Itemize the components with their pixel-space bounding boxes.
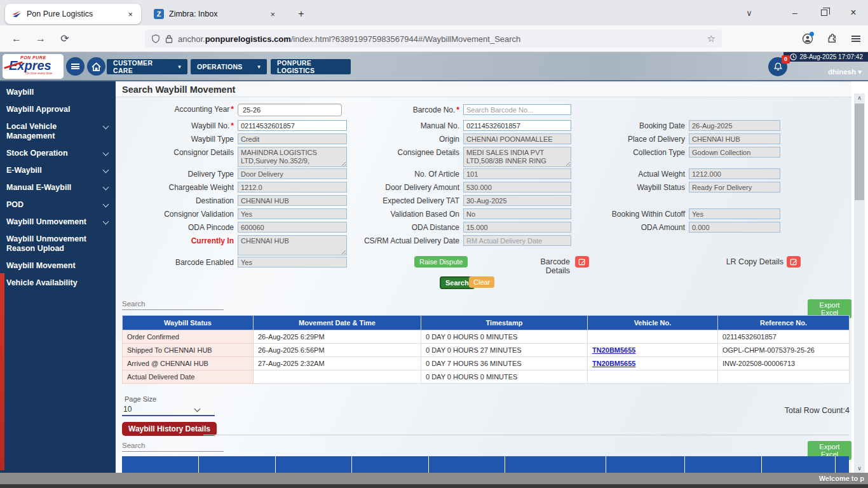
- main-content: Search Waybill Movement Accounting Year*…: [116, 81, 851, 488]
- menu-operations[interactable]: OPERATIONS▾: [191, 59, 267, 74]
- sidebar-item-waybill-unmovement[interactable]: Waybill Unmovement: [0, 214, 116, 231]
- page-size-label: Page Size: [125, 395, 156, 403]
- scroll-down-icon[interactable]: ∨: [854, 464, 865, 473]
- home-button[interactable]: [87, 57, 105, 76]
- col-waybill-status[interactable]: Waybill Status: [123, 316, 254, 330]
- screen: Pon Pure Logistics × Z Zimbra: Inbox × +…: [0, 0, 868, 488]
- vehicle-no-link[interactable]: TN20BM5655: [592, 346, 635, 354]
- sidebar-item-waybill[interactable]: Waybill: [0, 84, 116, 101]
- field-delivery-type: Delivery Type Door Delivery: [116, 168, 347, 179]
- tab-title: Zimbra: Inbox: [169, 10, 263, 18]
- field-no-of-article: No. Of Article 101: [323, 168, 571, 179]
- table-row: Order Confirmed 26-Aug-2025 6:29PM 0 DAY…: [123, 330, 850, 344]
- scroll-up-icon[interactable]: ∧: [854, 93, 865, 102]
- shield-icon[interactable]: [151, 34, 160, 44]
- account-icon[interactable]: [799, 31, 816, 46]
- field-rm-actual-delivery-date: CS/RM Actual Delivery Date: [323, 235, 571, 246]
- address-bar[interactable]: anchor.ponpurelogistics.com/index.html?6…: [145, 30, 722, 48]
- cell-reference: INW-202508-00006713: [718, 357, 850, 370]
- tab-close-icon[interactable]: ×: [126, 10, 135, 19]
- field-origin: Origin CHENNAI POONAMALLEE: [323, 133, 571, 144]
- field-waybill-type: Waybill Type Credit: [116, 133, 347, 144]
- sidebar-decoration: [0, 273, 4, 470]
- restore-button[interactable]: [810, 0, 839, 25]
- scrollbar-thumb[interactable]: [855, 104, 864, 200]
- sidebar-item-manual-e-waybill[interactable]: Manual E-Waybill: [0, 179, 116, 196]
- sidebar-item-local-vehicle-management[interactable]: Local Vehicle Management: [0, 118, 116, 145]
- app-header: PON PURE Expres On time every time CUSTO…: [0, 52, 868, 81]
- notifications-button[interactable]: 0: [768, 57, 787, 76]
- lr-copy-details-edit-button[interactable]: [787, 256, 801, 268]
- tab-pon-pure[interactable]: Pon Pure Logistics ×: [5, 4, 141, 24]
- field-manual-no: Manual No.: [323, 120, 571, 131]
- cell-vehicle: [588, 370, 718, 384]
- field-expected-delivery-tat: Expected Delivery TAT 30-Aug-2025: [323, 195, 571, 206]
- extensions-puzzle-icon[interactable]: [824, 31, 840, 46]
- sidebar-item-waybill-movement[interactable]: Waybill Movement: [0, 257, 116, 274]
- barcode-no-input[interactable]: [463, 104, 571, 115]
- chevron-down-icon: [103, 219, 109, 225]
- lock-icon[interactable]: [165, 34, 173, 44]
- field-currently-in: Currently In CHENNAI HUB: [116, 235, 347, 255]
- sidebar-item-pod[interactable]: POD: [0, 196, 116, 214]
- col-movement-datetime[interactable]: Movement Date & Time: [254, 316, 421, 330]
- forward-button[interactable]: →: [32, 30, 50, 47]
- tab-list-chevron-icon[interactable]: ∨: [735, 0, 764, 25]
- col-reference-no[interactable]: Reference No.: [718, 316, 850, 330]
- back-button[interactable]: ←: [8, 30, 25, 47]
- url-text: anchor.ponpurelogistics.com/index.html?6…: [178, 34, 702, 44]
- browser-menu-icon[interactable]: [848, 31, 864, 46]
- new-tab-button[interactable]: +: [294, 6, 309, 22]
- movement-table-search-input[interactable]: [122, 297, 224, 310]
- sidebar-item-vehicle-availability[interactable]: Vehicle Availability: [0, 274, 116, 292]
- tab-zimbra[interactable]: Z Zimbra: Inbox ×: [147, 4, 283, 24]
- barcode-enabled-value: Yes: [238, 257, 347, 268]
- cell-reference: 02114532601857: [718, 330, 850, 344]
- table-row: Arrived @ CHENNAI HUB 27-Aug-2025 2:32AM…: [123, 357, 850, 370]
- ponpure-favicon-icon: [11, 9, 22, 19]
- reload-button[interactable]: ⟳: [56, 30, 74, 47]
- field-oda-amount: ODA Amount 0.000: [558, 222, 780, 233]
- field-collection-type: Collection Type Godown Collection: [558, 147, 780, 158]
- manual-no-input[interactable]: [463, 120, 571, 131]
- menu-customer-care[interactable]: CUSTOMER CARE▾: [107, 59, 187, 74]
- bell-icon: [773, 62, 783, 72]
- sidebar-item-waybill-approval[interactable]: Waybill Approval: [0, 101, 116, 118]
- history-table-header: [122, 456, 849, 473]
- field-booking-within-cutoff: Booking Within Cutoff Yes: [558, 208, 780, 219]
- vertical-scrollbar[interactable]: ∧ ∨: [854, 93, 865, 473]
- chevron-down-icon: [103, 201, 109, 208]
- edit-icon: [790, 258, 797, 266]
- total-row-count: Total Row Count:4: [745, 406, 850, 415]
- cell-vehicle: [588, 330, 718, 344]
- chevron-down-icon: [103, 184, 109, 191]
- rm-actual-delivery-date-input[interactable]: [463, 235, 571, 246]
- cell-status: Order Confirmed: [123, 330, 254, 344]
- menu-ponpure-logistics[interactable]: PONPURE LOGISTICS: [271, 59, 351, 74]
- chevron-down-icon: [103, 123, 109, 130]
- ponpure-express-logo[interactable]: PON PURE Expres On time every time: [3, 54, 64, 79]
- validation-based-on-value: No: [463, 208, 571, 219]
- waybill-history-details-button[interactable]: Waybill History Details: [122, 422, 217, 436]
- vehicle-no-link[interactable]: TN20BM5655: [592, 360, 635, 367]
- history-table-search-input[interactable]: [122, 439, 224, 452]
- barcode-details-edit-button[interactable]: [575, 256, 589, 268]
- chevron-down-icon: [194, 406, 201, 412]
- field-waybill-status: Waybill Status Ready For Delivery: [558, 182, 780, 193]
- bookmark-star-icon[interactable]: ☆: [707, 33, 715, 44]
- sidebar-item-e-waybill[interactable]: E-Waybill: [0, 162, 116, 179]
- field-actual-weight: Actual Weight 1212.000: [558, 168, 780, 179]
- tab-close-icon[interactable]: ×: [268, 10, 277, 19]
- app-menu-button[interactable]: [66, 57, 85, 76]
- page-size-select[interactable]: 10: [122, 404, 215, 416]
- field-chargeable-weight: Chargeable Weight 1212.0: [116, 182, 347, 193]
- clear-button[interactable]: Clear: [469, 276, 494, 288]
- raise-dispute-button[interactable]: Raise Dispute: [414, 256, 468, 268]
- user-menu[interactable]: dhinesh ▾: [828, 67, 862, 76]
- sidebar-item-waybill-unmovement-reason-upload[interactable]: Waybill Unmovement Reason Upload: [0, 231, 116, 257]
- minimize-button[interactable]: –: [780, 0, 810, 25]
- close-window-button[interactable]: ×: [839, 0, 868, 25]
- sidebar-item-stock-operation[interactable]: Stock Operation: [0, 145, 116, 162]
- col-timestamp[interactable]: Timestamp: [421, 316, 588, 330]
- col-vehicle-no[interactable]: Vehicle No.: [588, 316, 718, 330]
